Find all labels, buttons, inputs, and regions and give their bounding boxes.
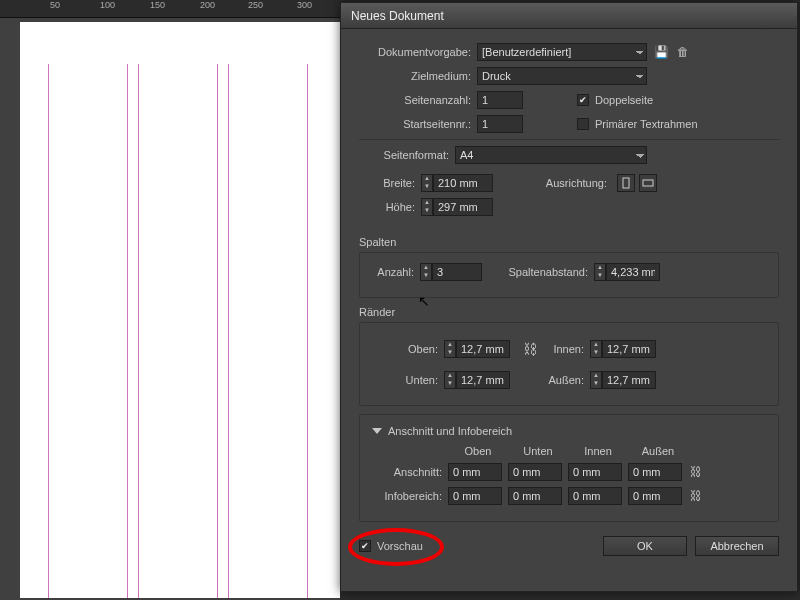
bleed-label: Anschnitt: (372, 466, 448, 478)
orientation-label: Ausrichtung: (493, 177, 613, 189)
facing-pages-checkbox[interactable]: ✔ (577, 94, 589, 106)
intent-select[interactable]: Druck (477, 67, 647, 85)
margin-outside-input[interactable] (602, 371, 656, 389)
ruler-tick: 150 (150, 0, 165, 10)
column-guide (138, 64, 218, 598)
preset-label: Dokumentvorgabe: (359, 46, 477, 58)
bleed-outside-input[interactable] (628, 463, 682, 481)
col-gutter-input[interactable] (606, 263, 660, 281)
margins-section-label: Ränder (359, 306, 779, 318)
bleed-section-label: Anschnitt und Infobereich (388, 425, 512, 437)
slug-outside-input[interactable] (628, 487, 682, 505)
pages-input[interactable] (477, 91, 523, 109)
margin-bottom-label: Unten: (372, 374, 444, 386)
document-canvas: 50 100 150 200 250 300 (0, 0, 340, 600)
pagesize-select[interactable]: A4 (455, 146, 647, 164)
margin-bottom-stepper[interactable]: ▲▼ (444, 371, 510, 389)
bleed-header-top: Oben (448, 445, 508, 457)
height-label: Höhe: (359, 201, 421, 213)
margin-top-input[interactable] (456, 340, 510, 358)
slug-bottom-input[interactable] (508, 487, 562, 505)
link-margins-icon[interactable]: ⛓ (522, 333, 538, 365)
margin-inside-label: Innen: (538, 343, 590, 355)
ruler-tick: 200 (200, 0, 215, 10)
margin-outside-label: Außen: (538, 374, 590, 386)
margin-top-stepper[interactable]: ▲▼ (444, 340, 510, 358)
primary-textframe-label: Primärer Textrahmen (595, 118, 698, 130)
margin-top-label: Oben: (372, 343, 444, 355)
facing-pages-label: Doppelseite (595, 94, 653, 106)
bleed-header-outside: Außen (628, 445, 688, 457)
column-guide (228, 64, 308, 598)
orientation-portrait-button[interactable] (617, 174, 635, 192)
col-count-label: Anzahl: (372, 266, 420, 278)
cancel-button[interactable]: Abbrechen (695, 536, 779, 556)
height-input[interactable] (433, 198, 493, 216)
bleed-bottom-input[interactable] (508, 463, 562, 481)
dialog-title: Neues Dokument (351, 9, 444, 23)
pages-label: Seitenanzahl: (359, 94, 477, 106)
startpage-label: Startseitennr.: (359, 118, 477, 130)
bleed-header-inside: Innen (568, 445, 628, 457)
width-input[interactable] (433, 174, 493, 192)
margin-inside-stepper[interactable]: ▲▼ (590, 340, 656, 358)
width-stepper[interactable]: ▲▼ (421, 174, 493, 192)
page-preview (20, 22, 340, 598)
ok-button[interactable]: OK (603, 536, 687, 556)
primary-textframe-checkbox[interactable] (577, 118, 589, 130)
col-gutter-stepper[interactable]: ▲▼ (594, 263, 660, 281)
height-stepper[interactable]: ▲▼ (421, 198, 493, 216)
slug-label: Infobereich: (372, 490, 448, 502)
ruler-tick: 300 (297, 0, 312, 10)
ruler-tick: 100 (100, 0, 115, 10)
delete-preset-icon[interactable]: 🗑 (675, 44, 691, 60)
columns-section-label: Spalten (359, 236, 779, 248)
dialog-titlebar[interactable]: Neues Dokument (341, 3, 797, 29)
new-document-dialog: Neues Dokument Dokumentvorgabe: [Benutze… (340, 2, 798, 592)
width-label: Breite: (359, 177, 421, 189)
preview-checkbox[interactable]: ✔ (359, 540, 371, 552)
intent-label: Zielmedium: (359, 70, 477, 82)
col-gutter-label: Spaltenabstand: (482, 266, 594, 278)
col-count-stepper[interactable]: ▲▼ (420, 263, 482, 281)
disclosure-triangle-icon[interactable] (372, 428, 382, 434)
orientation-landscape-button[interactable] (639, 174, 657, 192)
margin-bottom-input[interactable] (456, 371, 510, 389)
ruler-tick: 50 (50, 0, 60, 10)
save-preset-icon[interactable]: 💾 (653, 44, 669, 60)
bleed-header-bottom: Unten (508, 445, 568, 457)
column-guide (48, 64, 128, 598)
margin-outside-stepper[interactable]: ▲▼ (590, 371, 656, 389)
preview-label: Vorschau (377, 540, 423, 552)
preset-select[interactable]: [Benutzerdefiniert] (477, 43, 647, 61)
horizontal-ruler: 50 100 150 200 250 300 (0, 0, 340, 18)
slug-inside-input[interactable] (568, 487, 622, 505)
ruler-tick: 250 (248, 0, 263, 10)
bleed-top-input[interactable] (448, 463, 502, 481)
bleed-inside-input[interactable] (568, 463, 622, 481)
slug-top-input[interactable] (448, 487, 502, 505)
svg-rect-0 (623, 178, 629, 188)
pagesize-label: Seitenformat: (359, 149, 455, 161)
link-bleed-icon[interactable]: ⛓ (688, 464, 704, 480)
margin-inside-input[interactable] (602, 340, 656, 358)
col-count-input[interactable] (432, 263, 482, 281)
link-slug-icon[interactable]: ⛓ (688, 488, 704, 504)
svg-rect-1 (643, 180, 653, 186)
startpage-input[interactable] (477, 115, 523, 133)
